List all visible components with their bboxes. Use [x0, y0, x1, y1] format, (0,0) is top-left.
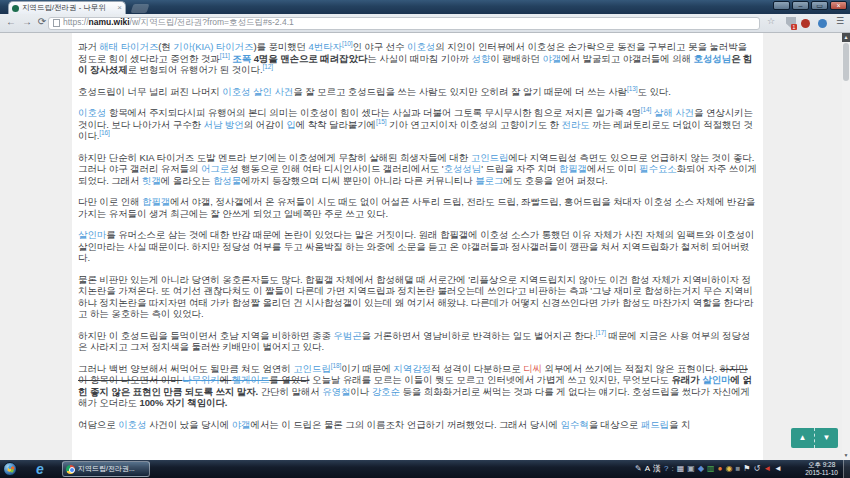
internet-explorer-icon[interactable]: e — [36, 460, 44, 478]
wiki-link[interactable]: 블로그 — [475, 175, 503, 186]
ime-korean-mode[interactable]: A — [645, 460, 650, 478]
wiki-link[interactable]: 합성물 — [213, 175, 241, 186]
footnote-ref[interactable]: [17] — [596, 328, 606, 335]
text-segment: 하지만 이 호성드립을 들먹이면서 호남 지역을 비하하면 종종 — [78, 330, 333, 341]
tray-display-icon[interactable]: ▥ — [707, 460, 715, 478]
text-segment: 에서 발굴되고 야갤러들에 의해 — [561, 53, 693, 64]
wiki-link[interactable]: 입 — [286, 119, 295, 130]
ime-hanja[interactable]: 漢 — [653, 460, 661, 478]
wiki-link[interactable]: 유영철 — [322, 386, 350, 397]
footnote-ref[interactable]: [11] — [220, 51, 230, 58]
wiki-link[interactable]: 필수요소 — [639, 163, 677, 174]
tray-app-orange-icon[interactable]: ● — [718, 460, 723, 478]
footnote-ref[interactable]: [14] — [641, 106, 651, 113]
footnote-ref[interactable]: [12] — [262, 63, 272, 70]
wiki-link[interactable]: 기아(KIA) 타이거즈 — [173, 41, 253, 52]
wiki-link[interactable]: 어그로 — [201, 163, 229, 174]
volume-icon[interactable]: ◄ — [774, 460, 782, 478]
show-desktop-button[interactable] — [843, 460, 850, 478]
wiki-link[interactable]: 고인드립 — [293, 363, 331, 374]
window-extra-button[interactable] — [773, 1, 790, 10]
taskbar-clock[interactable]: 오후 9:28 2015-11-10 — [805, 461, 838, 477]
scrollbar-down-icon[interactable]: ▼ — [842, 451, 850, 460]
scroll-to-bottom-button[interactable]: ▼ — [815, 428, 838, 448]
blue-extension-icon[interactable] — [818, 19, 827, 28]
browser-tab-active[interactable]: 지역드립/전라권 - 나무위 × — [8, 1, 126, 14]
text-segment: 을 치 — [669, 419, 690, 430]
footnote-ref[interactable]: [10] — [342, 40, 352, 47]
start-button[interactable] — [3, 462, 17, 476]
wiki-link[interactable]: 야갤 — [542, 53, 561, 64]
page-viewport: 과거 해태 타이거즈(현 기아(KIA) 타이거즈)를 풍미했던 4번타자[10… — [0, 33, 850, 460]
scrollbar-up-icon[interactable]: ▲ — [842, 33, 850, 42]
wiki-link[interactable]: 이호성 살인 사건 — [222, 86, 293, 97]
action-center-flag-icon[interactable]: ⚑ — [743, 460, 750, 478]
scrollbar-thumb[interactable] — [843, 43, 849, 81]
wiki-link[interactable]: 호성성님 — [444, 163, 482, 174]
volume-muted-icon[interactable]: ◄ — [763, 460, 771, 478]
wiki-link[interactable]: 성향 — [471, 53, 490, 64]
chrome-task-button[interactable]: 지역드립/전라권... — [62, 461, 150, 477]
footnote-ref[interactable]: [18] — [331, 361, 341, 368]
red-extension-icon[interactable] — [801, 19, 810, 28]
scroll-to-top-button[interactable]: ▲ — [791, 428, 815, 448]
wiki-link[interactable]: 야갤 — [232, 419, 251, 430]
wiki-link[interactable]: 합필갤 — [559, 163, 587, 174]
tray-diamond-icon[interactable]: ◆ — [698, 460, 704, 478]
tray-device-icon[interactable]: ▣ — [687, 460, 695, 478]
wiki-link[interactable]: 임수혁 — [560, 419, 588, 430]
ime-help-icon[interactable]: ? — [664, 460, 668, 478]
wiki-link[interactable]: 살인마 — [702, 374, 730, 385]
footnote-ref[interactable]: [15] — [376, 117, 386, 124]
text-segment: 에서는 이 드립은 물론 그의 이름조차 언급하기 꺼려했었다. 그래서 당시에 — [251, 419, 561, 430]
footnote-ref[interactable]: [16] — [99, 129, 109, 136]
wiki-link[interactable]: 서남 방언 — [204, 119, 244, 130]
wiki-link[interactable]: 나무위키 — [182, 374, 220, 385]
menu-icon[interactable]: ☰ — [833, 16, 847, 26]
wiki-link[interactable]: 패드립 — [641, 419, 669, 430]
language-bar-handle-icon[interactable]: : — [672, 460, 674, 478]
new-tab-button[interactable] — [131, 4, 150, 13]
back-icon[interactable]: ← — [4, 16, 18, 27]
address-bar[interactable]: https://namu.wiki/w/지역드립/전라권?from=호성드립#s… — [48, 17, 760, 30]
forward-icon[interactable]: → — [20, 16, 34, 27]
wiki-link[interactable]: 전라도 — [562, 119, 590, 130]
close-button[interactable]: × — [830, 1, 847, 10]
wiki-link[interactable]: 고인드립 — [471, 152, 509, 163]
ime-pen-icon[interactable]: ✎ — [635, 460, 642, 478]
wiki-link[interactable]: 해태 타이거즈 — [99, 41, 158, 52]
text-segment: 항목에서 주지되다시피 유행어의 본디 의미는 이호성이 힘이 셌다는 사실과 … — [106, 107, 641, 118]
wiki-link[interactable]: 살인마 — [78, 229, 106, 240]
wiki-link[interactable]: 합필갤 — [142, 196, 170, 207]
wiki-link[interactable]: 살해 사건 — [654, 107, 694, 118]
wiki-link[interactable]: 4번타자 — [309, 41, 342, 52]
text-segment: 외부에서 쓰기에는 적절치 않은 표현이다. — [542, 363, 720, 374]
footnote-ref[interactable]: [13] — [627, 84, 637, 91]
wiki-link[interactable]: 지역감정 — [393, 363, 431, 374]
reload-icon[interactable]: ⟳ — [35, 16, 49, 27]
wiki-link[interactable]: 우범곤 — [333, 330, 361, 341]
desktop-screen: 지역드립/전라권 - 나무위 × – ▭ × ← → ⟳ https://nam… — [0, 0, 850, 478]
minimize-button[interactable]: – — [792, 1, 809, 10]
tray-sync-icon[interactable]: ↺ — [753, 460, 760, 478]
page-icon — [53, 19, 60, 27]
tray-windows-icon[interactable]: ▦ — [677, 460, 685, 478]
scrollbar[interactable]: ▲ ▼ — [842, 33, 850, 460]
wiki-link[interactable]: 헬게이트 — [232, 374, 270, 385]
wiki-link[interactable]: 이호성 — [407, 41, 435, 52]
wiki-link[interactable]: 조폭 — [232, 53, 251, 64]
tray-chrome-icon[interactable]: ◉ — [725, 460, 732, 478]
text-segment: 에까지 등장했으며 디씨 뿐만이 아니라 다른 커뮤니티나 — [241, 175, 475, 186]
bookmark-star-icon[interactable]: ☆ — [764, 16, 778, 26]
text-segment: 100% 자기 책임이다. — [139, 397, 227, 408]
text-segment: 에도 호응을 얻어 퍼졌다. — [503, 175, 607, 186]
wiki-link[interactable]: 힛갤 — [142, 175, 161, 186]
wiki-link[interactable]: 이호성 — [78, 107, 106, 118]
tab-close-icon[interactable]: × — [117, 4, 122, 12]
wiki-link[interactable]: 호성성님 — [694, 53, 732, 64]
wiki-link[interactable]: 강호순 — [372, 386, 400, 397]
wiki-link[interactable]: 디씨 — [523, 363, 542, 374]
maximize-button[interactable]: ▭ — [811, 1, 828, 10]
tray-capture-icon[interactable]: ■ — [735, 460, 740, 478]
wiki-link[interactable]: 이호성 — [118, 419, 146, 430]
